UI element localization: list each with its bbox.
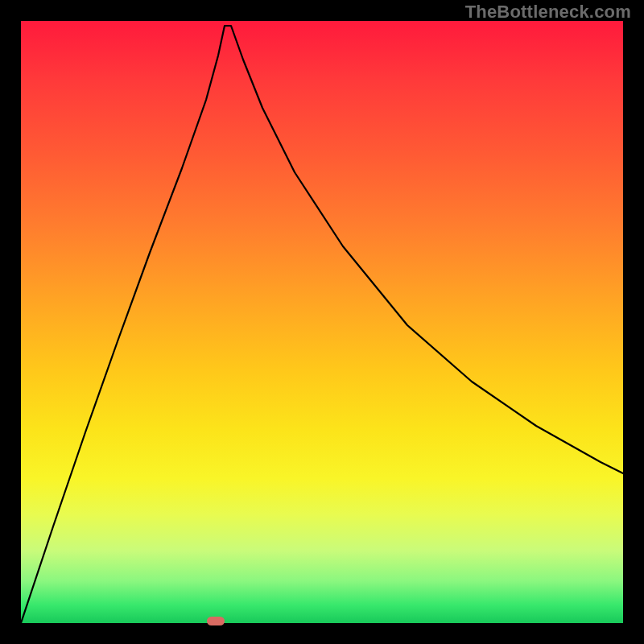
- optimal-point-marker: [207, 617, 225, 625]
- watermark-text: TheBottleneck.com: [465, 2, 631, 23]
- curve-path: [21, 26, 623, 623]
- bottleneck-curve: [21, 21, 623, 623]
- chart-frame: TheBottleneck.com: [0, 0, 644, 644]
